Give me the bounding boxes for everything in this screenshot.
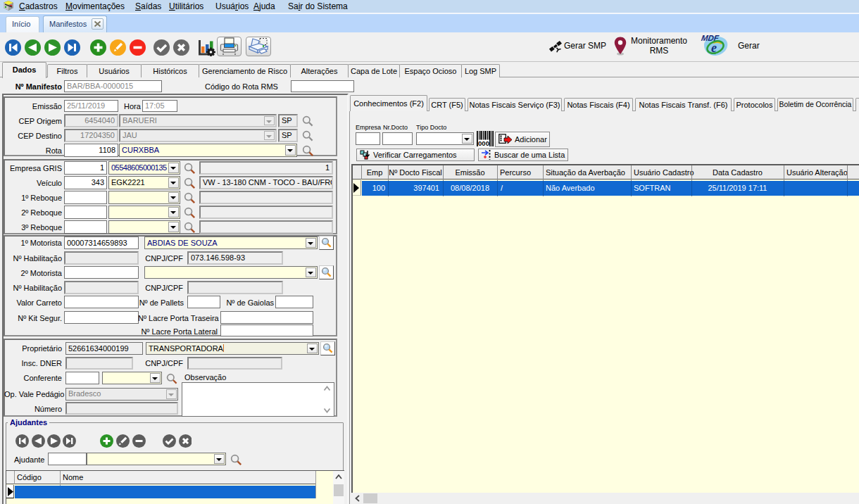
svg-text:e: e [711,41,717,55]
svg-text:MDF: MDF [701,34,720,42]
svg-text:000: 000 [478,139,489,146]
